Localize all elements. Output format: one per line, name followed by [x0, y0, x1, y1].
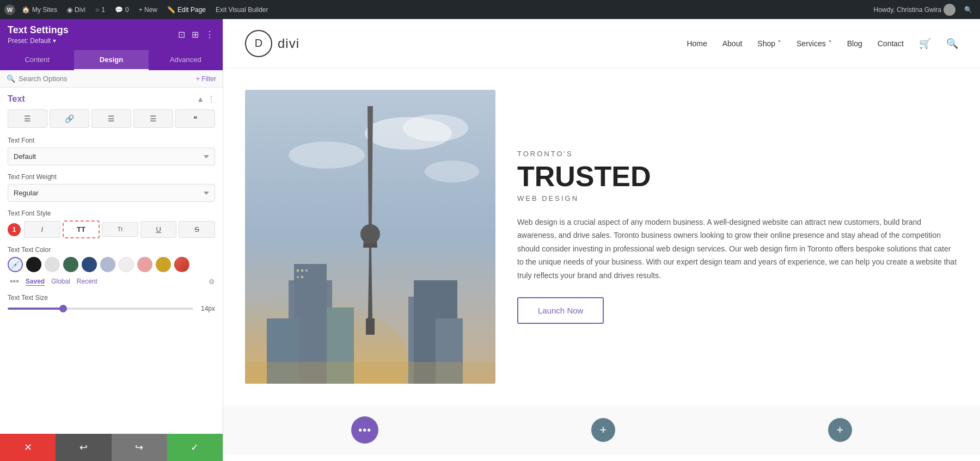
align-left-btn[interactable]: ☰ [8, 109, 47, 128]
color-swatch-lavender[interactable] [100, 257, 115, 272]
svg-rect-19 [301, 269, 303, 272]
color-swatches-row: 💉 [8, 257, 215, 272]
undo-button[interactable]: ↩ [56, 434, 111, 461]
user-menu[interactable]: Howdy, Christina Gwira [871, 4, 959, 16]
align-ordered-btn[interactable]: ☰ [133, 109, 173, 128]
color-saved-btn[interactable]: Saved [26, 278, 45, 286]
svg-rect-20 [305, 269, 308, 272]
tab-content[interactable]: Content [0, 50, 74, 70]
cart-icon[interactable]: 🛒 [919, 38, 931, 50]
style-strikethrough-btn[interactable]: S [179, 221, 215, 238]
pencil-icon: ✏️ [167, 6, 175, 14]
nav-shop[interactable]: Shop ˅ [757, 39, 781, 48]
panel-header: Text Settings Preset: Default ▾ ⊡ ⊞ ⋮ [0, 19, 223, 50]
filter-button[interactable]: + Filter [196, 75, 216, 83]
color-swatch-darkgreen[interactable] [63, 257, 78, 272]
tab-advanced[interactable]: Advanced [149, 50, 223, 70]
style-underline-btn[interactable]: U [140, 221, 177, 238]
nav-about[interactable]: About [722, 39, 743, 48]
color-swatch-navy[interactable] [82, 257, 97, 272]
text-font-weight-select[interactable]: Regular [8, 184, 215, 202]
nav-services[interactable]: Services ˅ [797, 39, 832, 48]
color-recent-btn[interactable]: Recent [77, 278, 97, 285]
blockquote-btn[interactable]: ❝ [175, 109, 215, 128]
new-menu[interactable]: + New [136, 0, 161, 19]
color-swatch-pink[interactable] [137, 257, 152, 272]
text-section-header: Text ▲ ⋮ [8, 94, 215, 104]
logo-text: divi [278, 36, 299, 51]
add-dots-button[interactable]: ••• [351, 416, 378, 444]
search-options-input[interactable] [19, 75, 193, 83]
admin-bar: W 🏠 My Sites ◉ Divi ○ 1 💬 0 + New ✏️ Edi… [0, 0, 980, 19]
text-size-label: Text Text Size [8, 294, 215, 302]
wordpress-icon[interactable]: W [4, 4, 15, 15]
eyedropper-btn[interactable]: 💉 [8, 257, 23, 272]
svg-point-5 [425, 161, 479, 182]
color-meta-row: ••• Saved Global Recent ⚙ [8, 276, 215, 286]
panel-more-btn[interactable]: ⋮ [204, 28, 215, 41]
panel-icon-btn-2[interactable]: ⊞ [191, 28, 200, 41]
section-collapse-btn[interactable]: ▲ [197, 95, 204, 103]
svg-point-3 [403, 114, 468, 142]
my-sites-menu[interactable]: 🏠 My Sites [19, 0, 60, 19]
text-font-style-label: Text Font Style [8, 210, 215, 217]
color-global-btn[interactable]: Global [51, 278, 70, 285]
color-swatch-gold[interactable] [156, 257, 171, 272]
hero-text: TORONTO'S TRUSTED WEB DESIGN Web design … [517, 150, 958, 324]
launch-now-button[interactable]: Launch Now [517, 297, 604, 324]
size-slider-thumb[interactable] [59, 305, 67, 312]
tab-design[interactable]: Design [74, 50, 148, 70]
align-unordered-btn[interactable]: ☰ [91, 109, 131, 128]
edit-page-button[interactable]: ✏️ Edit Page [164, 0, 209, 19]
section-more-btn[interactable]: ⋮ [207, 95, 215, 103]
font-style-row: 1 I TT Tt U S [8, 220, 215, 238]
hero-title: TRUSTED [517, 161, 958, 192]
nav-blog[interactable]: Blog [847, 39, 862, 48]
panel-content: Text ▲ ⋮ ☰ 🔗 ☰ ☰ ❝ Text Font Default Tex… [0, 88, 223, 434]
cancel-button[interactable]: ✕ [0, 434, 56, 461]
color-swatch-lightgray[interactable] [45, 257, 60, 272]
site-preview: D divi Home About Shop ˅ Services ˅ Blog… [223, 19, 980, 461]
text-font-select[interactable]: Default [8, 147, 215, 165]
color-swatch-black[interactable] [26, 257, 41, 272]
search-admin-button[interactable]: 🔍 [961, 6, 976, 14]
svg-rect-18 [297, 269, 299, 272]
add-section-btn-2[interactable]: + [828, 418, 852, 442]
color-settings-btn[interactable]: ⚙ [209, 278, 215, 286]
nav-home[interactable]: Home [687, 39, 707, 48]
svg-point-8 [360, 224, 380, 244]
alignment-row: ☰ 🔗 ☰ ☰ ❝ [8, 109, 215, 128]
text-font-label: Text Font [8, 137, 215, 144]
nav-links: Home About Shop ˅ Services ˅ Blog Contac… [687, 38, 958, 50]
hero-image [245, 90, 495, 384]
panel-header-icons: ⊡ ⊞ ⋮ [177, 28, 215, 41]
style-bold-btn[interactable]: TT [63, 220, 100, 238]
color-dots-btn[interactable]: ••• [10, 276, 19, 286]
site-logo: D divi [245, 30, 299, 57]
panel-bottom-bar: ✕ ↩ ↪ ✓ [0, 434, 223, 461]
comment-bubble-menu[interactable]: 💬 0 [112, 0, 132, 19]
search-nav-icon[interactable]: 🔍 [946, 38, 958, 50]
text-color-label: Text Text Color [8, 246, 215, 254]
style-small-btn[interactable]: Tt [102, 222, 138, 237]
divi-menu[interactable]: ◉ Divi [64, 0, 89, 19]
hero-subtitle: WEB DESIGN [517, 194, 958, 202]
comments-menu[interactable]: ○ 1 [92, 0, 108, 19]
site-nav: D divi Home About Shop ˅ Services ˅ Blog… [223, 19, 980, 68]
nav-contact[interactable]: Contact [878, 39, 904, 48]
link-btn[interactable]: 🔗 [50, 109, 89, 128]
add-section-btn-1[interactable]: + [591, 418, 615, 442]
main-layout: Text Settings Preset: Default ▾ ⊡ ⊞ ⋮ Co… [0, 19, 980, 461]
redo-button[interactable]: ↪ [112, 434, 167, 461]
style-italic-btn[interactable]: I [24, 221, 60, 238]
shop-chevron-icon: ˅ [777, 39, 781, 48]
color-swatch-red[interactable] [174, 257, 189, 272]
exit-builder-button[interactable]: Exit Visual Builder [212, 0, 272, 19]
size-slider[interactable] [8, 308, 193, 310]
panel-title: Text Settings [8, 24, 69, 36]
panel-preset: Preset: Default ▾ [8, 37, 69, 45]
color-swatch-offwhite[interactable] [119, 257, 134, 272]
panel-icon-btn-1[interactable]: ⊡ [177, 28, 186, 41]
section-title: Text [8, 94, 25, 104]
save-button[interactable]: ✓ [167, 434, 223, 461]
